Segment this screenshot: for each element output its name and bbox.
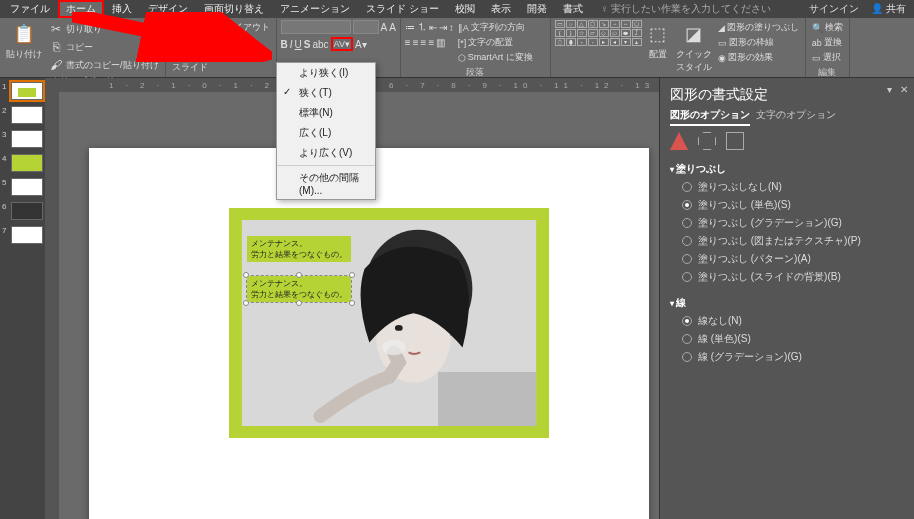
fill-slide-bg[interactable]: 塗りつぶし (スライドの背景)(B) [670,268,904,286]
resize-handle[interactable] [296,272,302,278]
line-gradient[interactable]: 線 (グラデーション)(G) [670,348,904,366]
shape-outline-button[interactable]: ▭ 図形の枠線 [716,35,801,50]
line-spacing-button[interactable]: ↕ [449,22,454,33]
font-color-button[interactable]: A▾ [355,39,367,50]
resize-handle[interactable] [243,300,249,306]
line-heading[interactable]: 線 [670,294,904,312]
spacing-more[interactable]: その他の間隔(M)... [277,168,375,199]
fill-solid[interactable]: 塗りつぶし (単色)(S) [670,196,904,214]
tell-me-search[interactable]: ♀ 実行したい作業を入力してください [601,2,803,16]
indent-dec-button[interactable]: ⇤ [429,22,437,33]
italic-button[interactable]: I [290,39,293,50]
tab-transitions[interactable]: 画面切り替え [196,0,272,18]
fill-pattern[interactable]: 塗りつぶし (パターン)(A) [670,250,904,268]
slide-shape-rect[interactable]: メンテナンス。 労力と結果をつなぐもの。 メンテナンス。 労力と結果をつなぐもの… [229,208,549,438]
quick-styles-button[interactable]: ◪クイック スタイル [674,20,714,76]
select-button[interactable]: ▭ 選択 [810,50,843,65]
shape-effects-button[interactable]: ◉ 図形の効果 [716,50,801,65]
shrink-font-icon[interactable]: A [389,22,396,33]
resize-handle[interactable] [243,272,249,278]
paste-icon: 📋 [12,22,36,46]
font-family-combo[interactable] [281,20,351,34]
char-spacing-button[interactable]: AV▾ [331,37,353,51]
arrange-button[interactable]: ⬚配置 [644,20,672,63]
thumb-2[interactable]: 2 [3,106,42,124]
signin-link[interactable]: サインイン [803,2,865,16]
line-solid[interactable]: 線 (単色)(S) [670,330,904,348]
close-icon[interactable]: ✕ [900,84,908,95]
thumb-5[interactable]: 5 [3,178,42,196]
tab-file[interactable]: ファイル [2,0,58,18]
thumb-7[interactable]: 7 [3,226,42,244]
pane-menu-icon[interactable]: ▾ [887,84,892,95]
new-slide-button[interactable]: ▦ 新しい スライド [170,20,210,76]
thumb-6[interactable]: 6 [3,202,42,220]
new-slide-icon: ▦ [178,22,202,46]
spacing-very-tight[interactable]: より狭く(I) [277,63,375,83]
resize-handle[interactable] [296,300,302,306]
fill-line-icon[interactable] [670,132,688,150]
numbering-button[interactable]: ⒈ [417,20,427,34]
reset-button[interactable]: ↺ リセット [212,35,272,50]
find-button[interactable]: 🔍 検索 [810,20,845,35]
replace-button[interactable]: ab 置換 [810,35,844,50]
tab-view[interactable]: 表示 [483,0,519,18]
smartart-button[interactable]: ⬡ SmartArt に変換 [456,50,535,65]
fill-gradient[interactable]: 塗りつぶし (グラデーション)(G) [670,214,904,232]
shape-fill-button[interactable]: ◢ 図形の塗りつぶし [716,20,801,35]
underline-button[interactable]: U [295,39,302,50]
strike-button[interactable]: S [304,39,311,50]
section-button[interactable]: § セクション [212,50,272,65]
shapes-gallery[interactable]: ▭○△⬡↘→↔⬠ {}☆▱◇⬭⬬⤴ ⬯⬮⬩⬪▸◂▾▴ [555,20,642,46]
copy-icon: ⎘ [48,39,64,55]
thumb-3[interactable]: 3 [3,130,42,148]
tab-format[interactable]: 書式 [555,0,591,18]
textbox-1[interactable]: メンテナンス。 労力と結果をつなぐもの。 [247,236,351,262]
tab-insert[interactable]: 挿入 [104,0,140,18]
line-none[interactable]: 線なし(N) [670,312,904,330]
align-center-button[interactable]: ≡ [413,37,419,48]
bullets-button[interactable]: ≔ [405,22,415,33]
pane-tab-shape[interactable]: 図形のオプション [670,108,750,126]
align-right-button[interactable]: ≡ [421,37,427,48]
spacing-normal[interactable]: 標準(N) [277,103,375,123]
copy-button[interactable]: ⎘コピー [46,38,161,56]
size-props-icon[interactable] [726,132,744,150]
tab-slideshow[interactable]: スライド ショー [358,0,447,18]
share-button[interactable]: 👤 共有 [865,2,912,16]
align-justify-button[interactable]: ≡ [428,37,434,48]
spacing-tight[interactable]: 狭く(T) [277,83,375,103]
spacing-loose[interactable]: 広く(L) [277,123,375,143]
grow-font-icon[interactable]: A [381,22,388,33]
spacing-very-loose[interactable]: より広く(V) [277,143,375,163]
format-painter-button[interactable]: 🖌書式のコピー/貼り付け [46,56,161,74]
fill-heading[interactable]: 塗りつぶし [670,160,904,178]
tab-animations[interactable]: アニメーション [272,0,358,18]
fill-none[interactable]: 塗りつぶしなし(N) [670,178,904,196]
tab-review[interactable]: 校閲 [447,0,483,18]
font-size-combo[interactable] [353,20,379,34]
align-left-button[interactable]: ≡ [405,37,411,48]
pane-tab-text[interactable]: 文字のオプション [756,108,836,126]
group-paragraph: ≔ ⒈ ⇤ ⇥ ↕ ≡ ≡ ≡ ≡ ▥ ‖A 文字列の方向 [*] 文字の配置 … [401,18,551,77]
bold-button[interactable]: B [281,39,288,50]
tab-design[interactable]: デザイン [140,0,196,18]
indent-inc-button[interactable]: ⇥ [439,22,447,33]
resize-handle[interactable] [349,300,355,306]
effects-icon[interactable] [698,132,716,150]
svg-point-3 [395,325,403,331]
paste-button[interactable]: 📋 貼り付け [4,20,44,63]
shadow-button[interactable]: abc [312,39,328,50]
textbox-2[interactable]: メンテナンス。 労力と結果をつなぐもの。 [247,276,351,302]
resize-handle[interactable] [349,272,355,278]
align-text-button[interactable]: [*] 文字の配置 [456,35,535,50]
thumb-1[interactable]: 1 [3,82,42,100]
columns-button[interactable]: ▥ [436,37,445,48]
tab-home[interactable]: ホーム [58,0,104,18]
fill-picture[interactable]: 塗りつぶし (図またはテクスチャ)(P) [670,232,904,250]
thumb-4[interactable]: 4 [3,154,42,172]
cut-button[interactable]: ✂切り取り [46,20,161,38]
layout-button[interactable]: ▭ レイアウト [212,20,272,35]
tab-developer[interactable]: 開発 [519,0,555,18]
text-direction-button[interactable]: ‖A 文字列の方向 [456,20,535,35]
